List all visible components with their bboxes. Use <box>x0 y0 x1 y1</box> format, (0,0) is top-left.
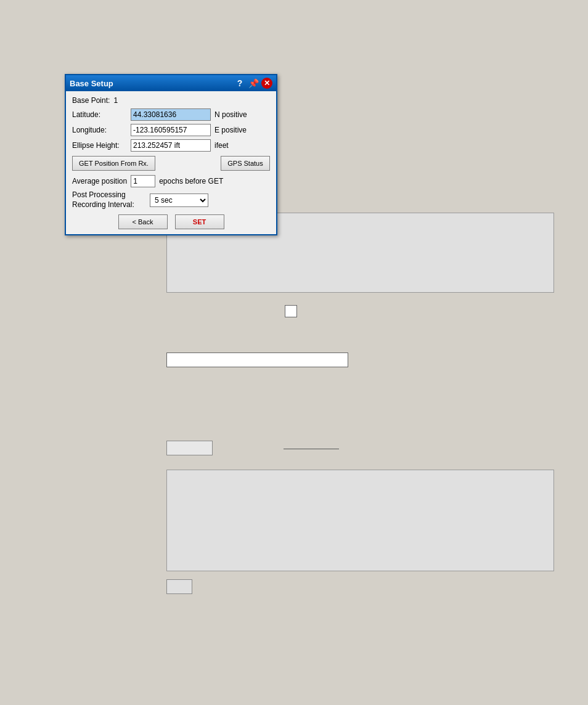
longitude-label: Longitude: <box>72 126 131 134</box>
longitude-row: Longitude: E positive <box>72 124 270 136</box>
latitude-input[interactable] <box>131 108 211 121</box>
titlebar-icons: ? 📌 ✕ <box>234 78 272 89</box>
base-setup-dialog: Base Setup ? 📌 ✕ Base Point: 1 Latitude:… <box>65 74 277 235</box>
interval-row: Post ProcessingRecording Interval: 1 sec… <box>72 190 270 210</box>
avg-position-label: Average position <box>72 177 127 185</box>
background-panel-bottom <box>166 470 554 571</box>
longitude-input[interactable] <box>131 124 211 136</box>
ellipse-height-unit: ifeet <box>214 141 229 150</box>
latitude-unit: N positive <box>214 110 247 119</box>
ellipse-height-row: Ellipse Height: ifeet <box>72 139 270 152</box>
latitude-label: Latitude: <box>72 110 131 119</box>
get-position-button[interactable]: GET Position From Rx. <box>72 156 155 171</box>
background-small-button[interactable] <box>166 579 192 594</box>
background-button-small[interactable] <box>166 441 213 455</box>
background-textbox-long[interactable] <box>166 352 348 367</box>
action-buttons-row: GET Position From Rx. GPS Status <box>72 156 270 171</box>
dialog-title: Base Setup <box>70 79 234 88</box>
interval-label: Post ProcessingRecording Interval: <box>72 190 146 210</box>
ellipse-height-label: Ellipse Height: <box>72 141 131 150</box>
close-icon[interactable]: ✕ <box>261 78 272 89</box>
gps-status-button[interactable]: GPS Status <box>221 156 270 171</box>
dialog-titlebar: Base Setup ? 📌 ✕ <box>66 75 276 91</box>
avg-position-input[interactable] <box>131 175 155 187</box>
latitude-row: Latitude: N positive <box>72 108 270 121</box>
epochs-label: epochs before GET <box>159 177 223 185</box>
interval-select[interactable]: 1 sec 2 sec 5 sec 10 sec 30 sec 60 sec <box>150 194 208 207</box>
background-checkbox[interactable] <box>285 305 297 317</box>
longitude-unit: E positive <box>214 126 247 134</box>
bottom-buttons: < Back SET <box>72 214 270 229</box>
help-icon[interactable]: ? <box>234 78 245 89</box>
pin-icon[interactable]: 📌 <box>248 78 259 89</box>
avg-position-row: Average position epochs before GET <box>72 175 270 187</box>
dialog-body: Base Point: 1 Latitude: N positive Longi… <box>66 91 276 234</box>
back-button[interactable]: < Back <box>118 214 168 229</box>
base-point-row: Base Point: 1 <box>72 96 270 105</box>
base-point-value: 1 <box>113 96 118 105</box>
ellipse-height-input[interactable] <box>131 139 211 152</box>
base-point-label: Base Point: <box>72 96 110 105</box>
background-underline <box>284 449 339 449</box>
set-button[interactable]: SET <box>175 214 224 229</box>
